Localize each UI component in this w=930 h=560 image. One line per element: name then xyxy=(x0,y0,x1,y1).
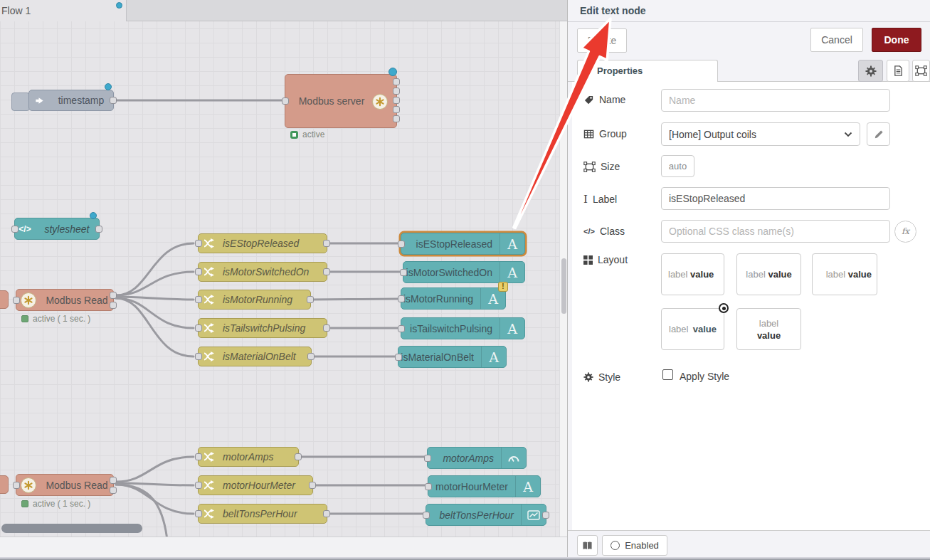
port[interactable] xyxy=(423,512,430,519)
node-text-motorhourmeter[interactable]: motorHourMeter A xyxy=(428,475,541,497)
layout-option-justify[interactable]: labelvalue xyxy=(661,308,724,350)
node-modbus-read-2[interactable]: Modbus Read xyxy=(16,474,114,496)
apply-style-checkbox[interactable] xyxy=(662,369,673,380)
port[interactable] xyxy=(323,510,330,517)
port[interactable] xyxy=(195,510,202,517)
tab-flow-1[interactable]: Flow 1 xyxy=(0,0,127,21)
layout-selected-radio[interactable] xyxy=(719,303,729,313)
appearance-button[interactable] xyxy=(912,60,930,82)
properties-gear-button[interactable] xyxy=(858,60,883,82)
node-label: motorHourMeter xyxy=(428,481,515,492)
port[interactable] xyxy=(110,97,117,104)
node-partial[interactable] xyxy=(0,290,9,309)
port[interactable] xyxy=(542,512,549,519)
enabled-toggle-button[interactable]: Enabled xyxy=(602,535,667,556)
port[interactable] xyxy=(323,240,330,247)
port[interactable] xyxy=(425,483,432,490)
node-text-istailswitchpulsing[interactable]: isTailswitchPulsing A xyxy=(401,317,525,339)
port[interactable] xyxy=(282,97,289,105)
port[interactable] xyxy=(195,353,202,360)
info-book-button[interactable] xyxy=(577,535,598,556)
node-text-ismotorswitchedon[interactable]: isMotorSwitchedOn A xyxy=(403,261,525,283)
port[interactable] xyxy=(195,296,202,303)
port[interactable] xyxy=(395,354,402,361)
port[interactable] xyxy=(398,295,405,302)
node-stylesheet[interactable]: </> stylesheet xyxy=(14,218,100,240)
tab-properties[interactable]: Properties xyxy=(577,60,718,82)
class-input[interactable] xyxy=(661,220,890,243)
style-field-label: Style xyxy=(583,371,620,383)
port[interactable] xyxy=(393,115,400,122)
node-modbus-server[interactable]: Modbus server xyxy=(285,74,397,128)
vertical-scrollbar[interactable] xyxy=(559,21,567,537)
port[interactable] xyxy=(400,269,407,276)
port[interactable] xyxy=(323,268,330,275)
port[interactable] xyxy=(13,297,20,304)
port[interactable] xyxy=(95,226,102,233)
port[interactable] xyxy=(323,324,330,332)
layout-option-right[interactable]: label value xyxy=(812,253,877,295)
done-button[interactable]: Done xyxy=(872,28,921,52)
port[interactable] xyxy=(195,268,202,275)
layout-option-center[interactable]: label value xyxy=(736,253,801,295)
expression-button[interactable]: fx xyxy=(894,221,916,243)
modified-dot xyxy=(389,68,397,76)
node-label: Modbus Read xyxy=(41,480,113,491)
node-timestamp[interactable]: timestamp xyxy=(28,90,114,111)
node-chart-belttonsperhour[interactable]: beltTonsPerHour xyxy=(426,504,546,526)
port[interactable] xyxy=(11,226,19,233)
node-change-isestopreleased[interactable]: isEStopReleased xyxy=(198,233,327,253)
layout-option-left[interactable]: label value xyxy=(661,253,724,295)
node-change-ismaterialonbelt[interactable]: isMaterialOnBelt xyxy=(198,347,312,366)
port[interactable] xyxy=(393,97,400,104)
modbus-icon xyxy=(372,94,388,110)
scrollbar-thumb[interactable] xyxy=(561,258,566,314)
port[interactable] xyxy=(424,455,431,462)
description-button[interactable] xyxy=(887,60,909,82)
node-change-ismotorrunning[interactable]: isMotorRunning xyxy=(198,290,311,310)
node-change-belttonsperhour[interactable]: beltTonsPerHour xyxy=(198,504,327,524)
port[interactable] xyxy=(393,106,400,113)
group-select[interactable]: [Home] Output coils xyxy=(661,122,860,146)
size-auto-button[interactable]: auto xyxy=(661,155,694,177)
node-gauge-motoramps[interactable]: motorAmps xyxy=(427,447,527,469)
delete-button[interactable]: Delete xyxy=(577,28,627,53)
inject-button[interactable] xyxy=(11,93,30,111)
layout-option-stacked[interactable]: labelvalue xyxy=(736,308,801,350)
port[interactable] xyxy=(398,325,405,332)
node-change-istailswitchpulsing[interactable]: isTailswitchPulsing xyxy=(198,318,327,338)
node-change-ismotorswitchedon[interactable]: isMotorSwitchedOn xyxy=(198,262,327,282)
node-partial[interactable] xyxy=(0,475,9,494)
port[interactable] xyxy=(13,482,20,489)
port[interactable] xyxy=(307,353,315,360)
label-input[interactable] xyxy=(661,187,890,210)
group-field-label: Group xyxy=(583,128,627,139)
port[interactable] xyxy=(110,477,117,484)
node-text-isestopreleased[interactable]: isEStopReleased A xyxy=(401,233,525,255)
node-text-ismaterialonbelt[interactable]: isMaterialOnBelt A xyxy=(398,346,507,368)
port[interactable] xyxy=(110,487,117,494)
port[interactable] xyxy=(398,241,405,248)
port[interactable] xyxy=(195,240,202,247)
horizontal-scrollbar[interactable] xyxy=(1,524,142,533)
modbus-icon xyxy=(21,477,36,493)
port[interactable] xyxy=(393,88,400,95)
port[interactable] xyxy=(195,482,202,489)
node-change-motorhourmeter[interactable]: motorHourMeter xyxy=(198,475,313,495)
cancel-button[interactable]: Cancel xyxy=(810,28,863,52)
port[interactable] xyxy=(110,292,117,299)
port[interactable] xyxy=(110,302,117,309)
node-modbus-read-1[interactable]: Modbus Read xyxy=(16,289,114,311)
name-input[interactable] xyxy=(661,89,890,112)
port[interactable] xyxy=(195,453,202,460)
port[interactable] xyxy=(295,453,302,460)
node-text-ismotorrunning[interactable]: isMotorRunning A ! xyxy=(401,287,506,310)
edit-group-button[interactable] xyxy=(867,122,890,146)
node-change-motoramps[interactable]: motorAmps xyxy=(198,447,299,467)
port[interactable] xyxy=(309,482,316,489)
port[interactable] xyxy=(307,296,314,303)
port[interactable] xyxy=(195,324,202,332)
port[interactable] xyxy=(393,78,400,85)
tray-title: Edit text node xyxy=(580,5,646,16)
flow-canvas[interactable]: timestamp Modbus server active </> style… xyxy=(0,0,567,537)
